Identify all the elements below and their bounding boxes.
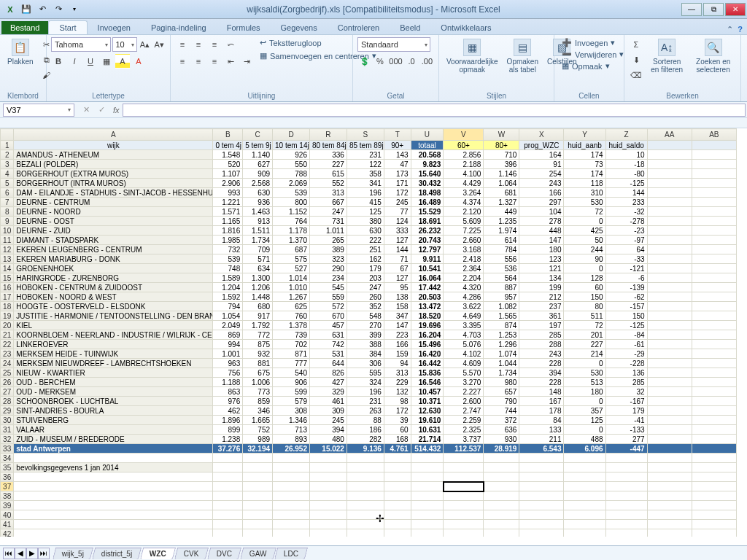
align-right-icon[interactable]: ≡: [207, 54, 222, 69]
cell[interactable]: 630: [243, 188, 273, 198]
cell[interactable]: 20.503: [411, 292, 444, 302]
cell[interactable]: stad Antwerpen: [14, 444, 213, 454]
thousands-icon[interactable]: 000: [389, 54, 403, 69]
cell[interactable]: [692, 463, 736, 472]
cell[interactable]: 15.836: [411, 368, 444, 378]
cell[interactable]: 1.548: [213, 150, 243, 160]
maximize-button[interactable]: ⧉: [703, 3, 724, 16]
col-header[interactable]: D: [273, 129, 310, 141]
cell[interactable]: [564, 463, 605, 472]
cell[interactable]: 16.442: [411, 359, 444, 368]
cell[interactable]: 186: [347, 425, 384, 435]
cell[interactable]: [519, 529, 564, 537]
cell[interactable]: [444, 472, 484, 482]
cell[interactable]: 265: [309, 236, 347, 245]
cell[interactable]: 243: [519, 179, 564, 188]
cell[interactable]: 1.253: [484, 330, 519, 340]
cell[interactable]: 899: [213, 425, 243, 435]
cell[interactable]: 511: [564, 311, 605, 321]
cell[interactable]: 32: [1, 435, 14, 444]
cell[interactable]: [273, 454, 310, 463]
cell[interactable]: 396: [484, 160, 519, 169]
cell[interactable]: 462: [213, 406, 243, 416]
cell[interactable]: HOBOKEN - CENTRUM & ZUIDOOST: [14, 283, 213, 292]
cell[interactable]: [411, 501, 444, 510]
cell[interactable]: [243, 529, 273, 537]
cell[interactable]: 16.489: [411, 198, 444, 207]
cell[interactable]: 4.286: [444, 292, 484, 302]
cell[interactable]: [647, 330, 692, 340]
tab-pagelayout[interactable]: Pagina-indeling: [141, 21, 217, 34]
cell[interactable]: 47: [384, 160, 411, 169]
cell[interactable]: huid_aanb: [564, 141, 605, 150]
cell[interactable]: 550: [273, 160, 310, 169]
cell[interactable]: 520: [213, 160, 243, 169]
align-left-icon[interactable]: ≡: [175, 54, 190, 69]
cell[interactable]: 2.259: [444, 416, 484, 425]
cell[interactable]: 352: [347, 302, 384, 311]
cell[interactable]: 71: [384, 254, 411, 264]
cell[interactable]: 357: [564, 406, 605, 416]
border-button[interactable]: ▦: [99, 54, 114, 69]
cell[interactable]: -61: [605, 340, 647, 349]
cell[interactable]: DEURNE - CENTRUM: [14, 198, 213, 207]
cell[interactable]: [519, 482, 564, 491]
cell[interactable]: 243: [519, 349, 564, 359]
cell[interactable]: 20: [1, 321, 14, 330]
cell[interactable]: [647, 529, 692, 537]
cell[interactable]: 18: [1, 302, 14, 311]
cell[interactable]: [243, 472, 273, 482]
cell[interactable]: [347, 501, 384, 510]
cell[interactable]: 788: [273, 169, 310, 179]
cell[interactable]: -139: [605, 283, 647, 292]
cell[interactable]: 2: [1, 150, 14, 160]
cell[interactable]: [647, 273, 692, 283]
sheet-next-icon[interactable]: ▶: [26, 548, 38, 559]
cell[interactable]: 228: [519, 359, 564, 368]
cell[interactable]: -121: [605, 264, 647, 273]
cell[interactable]: [309, 491, 347, 501]
cell[interactable]: [411, 491, 444, 501]
cell[interactable]: -41: [605, 416, 647, 425]
cell[interactable]: 748: [213, 264, 243, 273]
cell[interactable]: 136: [605, 368, 647, 378]
cell[interactable]: [647, 217, 692, 226]
cell[interactable]: 37: [1, 482, 14, 491]
cell[interactable]: DIAMANT - STADSPARK: [14, 236, 213, 245]
cell[interactable]: 3.737: [444, 435, 484, 444]
cell[interactable]: 0: [564, 217, 605, 226]
cell[interactable]: [605, 529, 647, 537]
cell[interactable]: 615: [309, 169, 347, 179]
cell[interactable]: 675: [243, 368, 273, 378]
cell[interactable]: 15.640: [411, 169, 444, 179]
cell[interactable]: ZUID - MUSEUM / BREDERODE: [14, 435, 213, 444]
cell[interactable]: [384, 472, 411, 482]
cell[interactable]: 282: [347, 435, 384, 444]
cell[interactable]: 229: [384, 378, 411, 387]
cell[interactable]: [213, 520, 243, 529]
cell[interactable]: 871: [273, 349, 310, 359]
cell[interactable]: 540: [273, 368, 310, 378]
cell[interactable]: [692, 520, 736, 529]
cell[interactable]: SINT-ANDRIES - BOURLA: [14, 406, 213, 416]
cell[interactable]: 415: [347, 198, 384, 207]
cell[interactable]: 150: [564, 292, 605, 302]
cell[interactable]: 2.568: [243, 179, 273, 188]
cell[interactable]: 324: [347, 378, 384, 387]
cell[interactable]: [484, 529, 519, 537]
cell[interactable]: 285: [605, 378, 647, 387]
cell[interactable]: 40: [1, 510, 14, 520]
cell[interactable]: 1.064: [484, 179, 519, 188]
cell[interactable]: 9: [1, 217, 14, 226]
cell[interactable]: [692, 273, 736, 283]
cell[interactable]: [309, 454, 347, 463]
cell[interactable]: 1.267: [273, 292, 310, 302]
cell[interactable]: 308: [273, 406, 310, 416]
cell[interactable]: wijk: [14, 141, 213, 150]
col-header[interactable]: [1, 129, 14, 141]
orientation-icon[interactable]: ⤺: [223, 37, 238, 52]
qat-more-icon[interactable]: ▾: [67, 2, 82, 17]
cell[interactable]: 1.370: [273, 236, 310, 245]
cell[interactable]: huid_saldo: [605, 141, 647, 150]
cell[interactable]: 234: [309, 273, 347, 283]
